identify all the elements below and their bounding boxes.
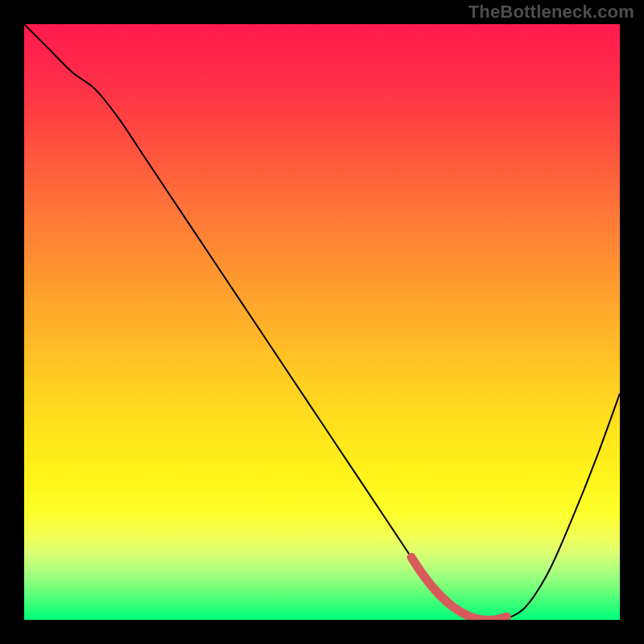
curve-layer <box>24 24 620 620</box>
chart-frame: TheBottleneck.com <box>0 0 644 644</box>
watermark-text: TheBottleneck.com <box>469 2 634 23</box>
bottleneck-highlight <box>411 557 506 620</box>
plot-area <box>24 24 620 620</box>
bottleneck-curve <box>24 24 620 620</box>
